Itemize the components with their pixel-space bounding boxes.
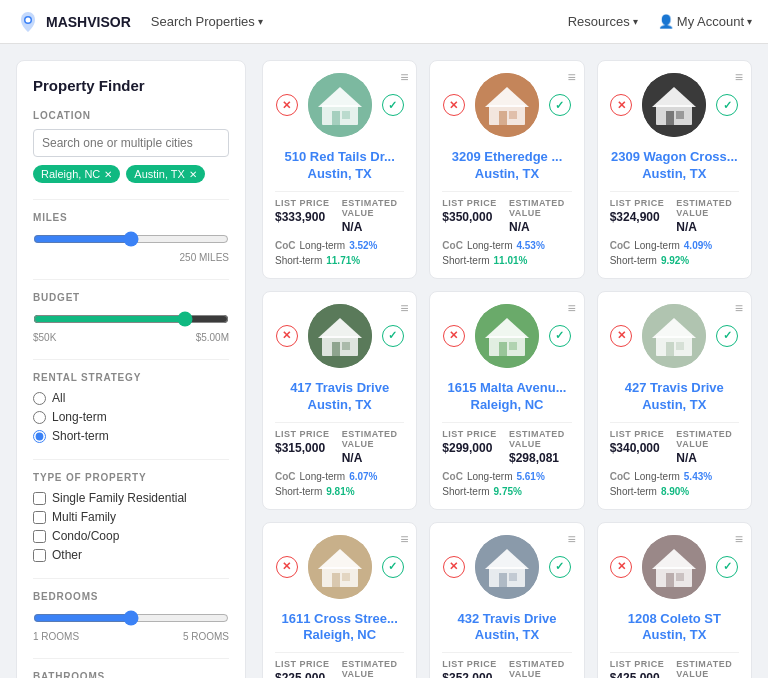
card-menu-icon[interactable]: ≡ [735,300,743,316]
list-price-label: LIST PRICE [610,659,673,669]
resources-nav[interactable]: Resources ▾ [568,14,638,29]
like-button[interactable]: ✓ [716,325,738,347]
list-price-value: $352,000 [442,671,505,678]
coc-row: CoC Long-term 5.43% Short-term 8.90% [610,471,739,497]
like-button[interactable]: ✓ [549,556,571,578]
svg-rect-45 [666,573,674,587]
list-price-label: LIST PRICE [275,659,338,669]
list-price-value: $333,900 [275,210,338,224]
short-term-label: Short-term [610,486,657,497]
svg-rect-41 [509,573,517,581]
bathrooms-label: BATHROOMS [33,671,229,678]
budget-slider[interactable] [33,311,229,327]
navbar: MASHVISOR Search Properties ▾ Resources … [0,0,768,44]
nav-right: Resources ▾ 👤 My Account ▾ [568,14,752,29]
address-line1: 1208 Coleto ST [610,611,739,628]
like-button[interactable]: ✓ [549,325,571,347]
estimated-value-col: ESTIMATED VALUE N/A [342,198,405,234]
strategy-all[interactable]: All [33,391,229,405]
address-line1: 510 Red Tails Dr... [275,149,404,166]
type-single-family[interactable]: Single Family Residential [33,491,229,505]
estimated-value-col: ESTIMATED VALUE $217,100 [342,659,405,678]
property-card: ≡ ✕ ✓ 1611 Cross Stree... Raleigh, NC [262,522,417,678]
price-row: LIST PRICE $333,900 ESTIMATED VALUE N/A [275,191,404,234]
like-button[interactable]: ✓ [382,556,404,578]
estimated-value-value: N/A [676,220,739,234]
coc-row: CoC Long-term 6.07% Short-term 9.81% [275,471,404,497]
list-price-label: LIST PRICE [275,198,338,208]
long-term-value: 4.53% [516,240,544,251]
price-row: LIST PRICE $425,000 ESTIMATED VALUE N/A [610,652,739,678]
like-button[interactable]: ✓ [549,94,571,116]
search-properties-nav[interactable]: Search Properties ▾ [151,14,263,29]
list-price-label: LIST PRICE [610,429,673,439]
dislike-button[interactable]: ✕ [443,325,465,347]
type-other[interactable]: Other [33,548,229,562]
dislike-button[interactable]: ✕ [610,556,632,578]
strategy-long-term[interactable]: Long-term [33,410,229,424]
long-term-label: Long-term [634,240,680,251]
dislike-button[interactable]: ✕ [276,556,298,578]
list-price-value: $315,000 [275,441,338,455]
type-multi-family[interactable]: Multi Family [33,510,229,524]
bedrooms-slider[interactable] [33,610,229,626]
long-term-label: Long-term [467,471,513,482]
property-address: 3209 Etheredge ... Austin, TX [442,149,571,183]
address-line1: 432 Travis Drive [442,611,571,628]
estimated-value-value: N/A [342,451,405,465]
miles-slider-container: 250 MILES [33,231,229,263]
like-button[interactable]: ✓ [382,94,404,116]
miles-slider[interactable] [33,231,229,247]
card-menu-icon[interactable]: ≡ [735,531,743,547]
estimated-value-value: $298,081 [509,451,572,465]
card-menu-icon[interactable]: ≡ [567,300,575,316]
like-button[interactable]: ✓ [382,325,404,347]
card-menu-icon[interactable]: ≡ [735,69,743,85]
card-menu-icon[interactable]: ≡ [567,69,575,85]
dislike-button[interactable]: ✕ [610,325,632,347]
dislike-button[interactable]: ✕ [610,94,632,116]
location-input[interactable] [33,129,229,157]
account-nav[interactable]: 👤 My Account ▾ [658,14,752,29]
sidebar: Property Finder LOCATION Raleigh, NC ✕ A… [16,60,246,678]
card-menu-icon[interactable]: ≡ [400,69,408,85]
search-chevron-icon: ▾ [258,16,263,27]
svg-rect-5 [332,111,340,125]
card-menu-icon[interactable]: ≡ [400,531,408,547]
bedrooms-filter: BEDROOMS 1 ROOMS 5 ROOMS [33,591,229,642]
like-button[interactable]: ✓ [716,556,738,578]
dislike-button[interactable]: ✕ [443,556,465,578]
list-price-value: $299,000 [442,441,505,455]
dislike-button[interactable]: ✕ [276,94,298,116]
list-price-label: LIST PRICE [275,429,338,439]
remove-raleigh-button[interactable]: ✕ [104,169,112,180]
list-price-value: $324,900 [610,210,673,224]
miles-label: MILES [33,212,229,223]
address-line2: Austin, TX [610,397,739,414]
property-address: 1615 Malta Avenu... Raleigh, NC [442,380,571,414]
short-term-value: 8.90% [661,486,689,497]
card-menu-icon[interactable]: ≡ [567,531,575,547]
card-menu-icon[interactable]: ≡ [400,300,408,316]
long-term-value: 3.52% [349,240,377,251]
list-price-col: LIST PRICE $425,000 [610,659,673,678]
list-price-value: $340,000 [610,441,673,455]
list-price-label: LIST PRICE [442,198,505,208]
short-term-label: Short-term [442,255,489,266]
like-button[interactable]: ✓ [716,94,738,116]
property-card: ≡ ✕ ✓ 417 Travis Drive Austin, TX [262,291,417,510]
type-condo[interactable]: Condo/Coop [33,529,229,543]
list-price-col: LIST PRICE $350,000 [442,198,505,234]
svg-rect-25 [499,342,507,356]
location-tags: Raleigh, NC ✕ Austin, TX ✕ [33,165,229,183]
list-price-label: LIST PRICE [442,659,505,669]
address-line2: Austin, TX [275,397,404,414]
dislike-button[interactable]: ✕ [276,325,298,347]
property-grid: ≡ ✕ ✓ 510 Red Tails Dr... Austin, TX [262,60,752,678]
bedrooms-min-label: 1 ROOMS [33,631,79,642]
strategy-short-term[interactable]: Short-term [33,429,229,443]
rental-strategy-filter: RENTAL STRATEGY All Long-term Short-term [33,372,229,443]
address-line1: 1611 Cross Stree... [275,611,404,628]
remove-austin-button[interactable]: ✕ [189,169,197,180]
dislike-button[interactable]: ✕ [443,94,465,116]
